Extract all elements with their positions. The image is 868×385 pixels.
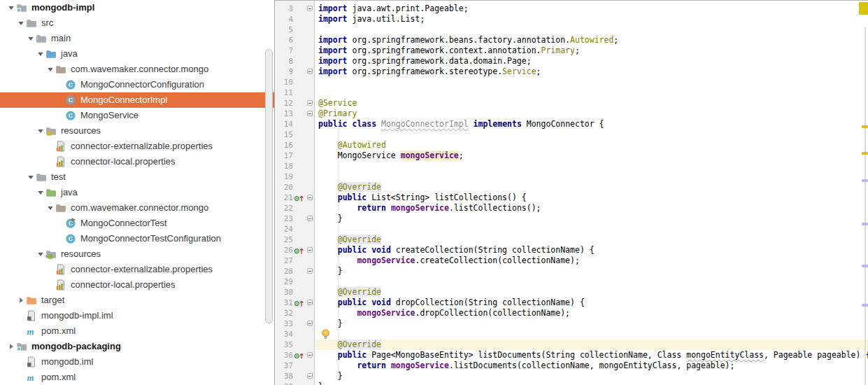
code-line-5[interactable] <box>315 24 868 35</box>
tree-item-mongoservice[interactable]: CMongoService <box>0 108 274 123</box>
code-line-9[interactable]: import org.springframework.stereotype.Se… <box>315 66 868 77</box>
chevron-down-icon[interactable] <box>45 64 55 75</box>
fold-start-marker[interactable] <box>307 100 313 106</box>
code-line-30[interactable]: @Override <box>315 287 868 298</box>
chevron-down-icon[interactable] <box>35 187 45 198</box>
tree-item-mongoconnectorimpl[interactable]: CMongoConnectorImpl <box>0 92 274 108</box>
tree-item-target[interactable]: target <box>0 293 274 308</box>
code-line-13[interactable]: @Primary <box>315 108 868 119</box>
code-line-32[interactable]: mongoService.dropCollection(collectionNa… <box>315 308 868 318</box>
chevron-right-icon[interactable] <box>15 295 26 306</box>
code-line-31[interactable]: public void dropCollection(String collec… <box>315 298 868 308</box>
chevron-down-icon[interactable] <box>45 202 55 214</box>
tree-item-mongodb-impl-iml[interactable]: mongodb-impl.iml <box>0 308 274 323</box>
fold-start-marker[interactable] <box>307 300 313 305</box>
code-line-17[interactable]: MongoService mongoService; <box>315 150 868 161</box>
tree-item-mongoconnectortest[interactable]: CMongoConnectorTest <box>0 216 274 231</box>
overriding-method-icon[interactable] <box>294 351 306 360</box>
code-line-3[interactable]: import java.awt.print.Pageable; <box>315 4 868 14</box>
fold-end-marker[interactable] <box>307 268 313 274</box>
code-line-26[interactable]: public void createCollection(String coll… <box>315 245 868 255</box>
code-line-36[interactable]: public Page<MongoBaseEntity> listDocumen… <box>315 350 868 360</box>
stripe-info-mark[interactable] <box>862 265 868 267</box>
tree-item-connector-local-properties[interactable]: connector-local.properties <box>0 154 274 169</box>
code-line-18[interactable] <box>315 161 868 172</box>
stripe-info-mark[interactable] <box>862 179 868 182</box>
tree-item-java[interactable]: java <box>0 185 274 200</box>
code-line-12[interactable]: @Service <box>315 98 868 108</box>
code-line-6[interactable]: import org.springframework.beans.factory… <box>315 35 868 46</box>
code-area[interactable]: import java.awt.print.Pageable;import ja… <box>315 1 868 385</box>
chevron-down-icon[interactable] <box>35 248 45 260</box>
code-line-10[interactable] <box>315 77 868 88</box>
fold-start-marker[interactable] <box>307 195 313 200</box>
fold-start-marker[interactable] <box>307 6 313 11</box>
tree-item-pom-xml[interactable]: mpom.xml <box>0 323 274 339</box>
tree-scrollbar-thumb[interactable] <box>265 49 273 323</box>
fold-end-marker[interactable] <box>307 373 313 379</box>
code-line-33[interactable]: } <box>315 318 868 329</box>
tree-item-connector-externalizable-properties[interactable]: connector-externalizable.properties <box>0 139 274 154</box>
fold-end-marker[interactable] <box>307 69 313 74</box>
code-line-35[interactable]: @Override <box>315 340 868 350</box>
stripe-warning-mark[interactable] <box>862 152 868 155</box>
tree-item-com-wavemaker-connector-mongo[interactable]: com.wavemaker.connector.mongo <box>0 200 274 216</box>
chevron-down-icon[interactable] <box>35 125 45 136</box>
fold-end-marker[interactable] <box>307 216 313 221</box>
fold-start-marker[interactable] <box>307 247 313 253</box>
stripe-info-mark[interactable] <box>862 304 868 307</box>
tree-item-resources[interactable]: resources <box>0 246 274 262</box>
overriding-method-icon[interactable] <box>294 299 306 307</box>
code-line-28[interactable]: } <box>315 266 868 276</box>
stripe-info-mark[interactable] <box>862 223 868 225</box>
tree-item-mongoconnectortestconfiguration[interactable]: CMongoConnectorTestConfiguration <box>0 231 274 246</box>
code-line-38[interactable]: } <box>315 371 868 382</box>
tree-item-java[interactable]: java <box>0 46 274 62</box>
tree-item-src[interactable]: src <box>0 15 274 31</box>
fold-end-marker[interactable] <box>307 321 313 326</box>
tree-item-test[interactable]: test <box>0 169 274 185</box>
tree-item-mongoconnectorconfiguration[interactable]: CMongoConnectorConfiguration <box>0 77 274 92</box>
code-line-7[interactable]: import org.springframework.context.annot… <box>315 46 868 56</box>
code-line-34[interactable] <box>315 329 868 340</box>
fold-start-marker[interactable] <box>307 352 313 358</box>
code-line-4[interactable]: import java.util.List; <box>315 14 868 24</box>
tree-item-com-wavemaker-connector-mongo[interactable]: com.wavemaker.connector.mongo <box>0 62 274 77</box>
chevron-down-icon[interactable] <box>25 33 36 44</box>
chevron-down-icon[interactable] <box>25 172 36 183</box>
stripe-warning-mark[interactable] <box>862 125 868 128</box>
code-line-21[interactable]: public List<String> listCollections() { <box>315 192 868 203</box>
overriding-method-icon[interactable] <box>294 194 306 202</box>
code-line-23[interactable]: } <box>315 214 868 224</box>
tree-item-mongodb-packaging[interactable]: mongodb-packaging <box>0 339 274 354</box>
intention-bulb-icon[interactable] <box>321 329 330 340</box>
code-line-19[interactable] <box>315 172 868 182</box>
code-line-39[interactable]: } <box>315 382 868 385</box>
code-line-29[interactable] <box>315 276 868 287</box>
fold-end-marker[interactable] <box>307 111 313 116</box>
tree-item-resources[interactable]: resources <box>0 123 274 139</box>
code-line-25[interactable]: @Override <box>315 234 868 245</box>
tree-item-pom-xml[interactable]: mpom.xml <box>0 370 274 385</box>
overriding-method-icon[interactable] <box>294 246 306 255</box>
code-line-24[interactable] <box>315 224 868 234</box>
code-line-27[interactable]: mongoService.createCollection(collection… <box>315 255 868 266</box>
code-line-15[interactable] <box>315 130 868 140</box>
tree-item-connector-externalizable-properties[interactable]: connector-externalizable.properties <box>0 262 274 277</box>
code-line-8[interactable]: import org.springframework.data.domain.P… <box>315 56 868 66</box>
tree-item-mongodb-impl[interactable]: mongodb-impl <box>0 0 274 15</box>
tree-item-connector-local-properties[interactable]: connector-local.properties <box>0 277 274 293</box>
code-line-20[interactable]: @Override <box>315 182 868 192</box>
code-line-16[interactable]: @Autowired <box>315 140 868 150</box>
tree-item-mongodb-iml[interactable]: mongodb.iml <box>0 354 274 370</box>
code-line-11[interactable] <box>315 88 868 98</box>
scrollbar-track[interactable] <box>865 27 866 385</box>
chevron-right-icon[interactable] <box>6 341 16 352</box>
chevron-down-icon[interactable] <box>35 48 45 59</box>
code-line-14[interactable]: public class MongoConnectorImpl implemen… <box>315 119 868 130</box>
chevron-down-icon[interactable] <box>15 18 26 29</box>
chevron-down-icon[interactable] <box>6 2 16 13</box>
code-line-37[interactable]: return mongoService.listDocuments(collec… <box>315 360 868 371</box>
error-stripe[interactable] <box>858 1 868 385</box>
code-line-22[interactable]: return mongoService.listCollections(); <box>315 203 868 214</box>
